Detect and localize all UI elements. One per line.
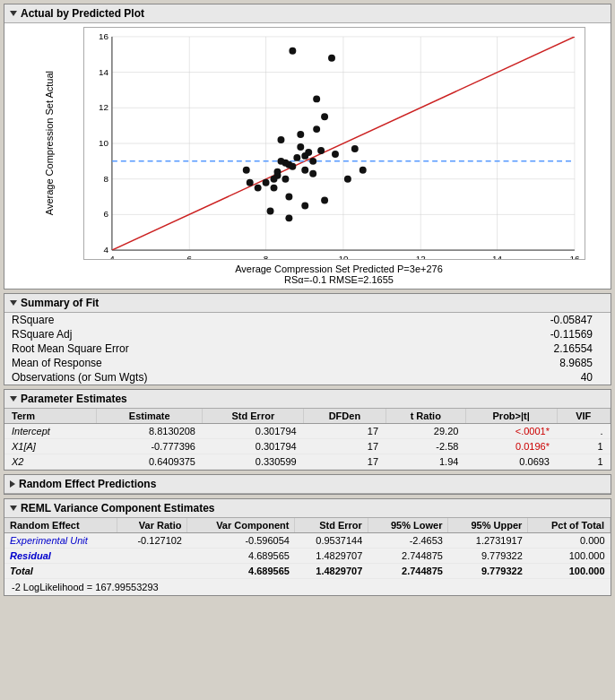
param-estimate: -0.777396 (96, 439, 203, 454)
svg-point-35 (301, 167, 308, 174)
svg-point-34 (282, 176, 289, 183)
fit-row: Mean of Response8.9685 (4, 356, 611, 370)
fit-value: 8.9685 (368, 356, 611, 370)
svg-text:8: 8 (264, 254, 269, 260)
param-col-header: Prob>|t| (465, 409, 557, 424)
param-estimate: 8.8130208 (96, 424, 203, 439)
reml-table: Random EffectVar RatioVar ComponentStd E… (4, 518, 611, 579)
reml-lower95: 2.744875 (368, 549, 448, 564)
reml-pcttotal: 100.000 (528, 549, 611, 564)
svg-text:16: 16 (99, 31, 109, 41)
fit-table: RSquare-0.05847RSquare Adj-0.11569Root M… (4, 313, 611, 385)
svg-point-64 (344, 176, 351, 183)
reml-header: REML Variance Component Estimates (4, 499, 611, 518)
param-dfden: 17 (304, 424, 385, 439)
reml-collapse-icon[interactable] (10, 506, 17, 511)
svg-text:12: 12 (99, 102, 109, 112)
param-stderr: 0.330599 (203, 454, 304, 470)
param-col-header: Term (4, 409, 96, 424)
param-term: X1[A] (4, 439, 96, 454)
plot-subtitle: RSα=-0.1 RMSE=2.1655 (83, 274, 594, 285)
param-estimates-section: Parameter Estimates TermEstimateStd Erro… (4, 389, 611, 471)
param-col-header: DFDen (304, 409, 385, 424)
reml-varratio: -0.127102 (117, 533, 187, 549)
summary-title: Summary of Fit (21, 297, 99, 309)
chart-section: Actual by Predicted Plot Average Compres… (4, 4, 611, 290)
reml-lower95: 2.744875 (368, 564, 448, 579)
svg-point-40 (289, 163, 296, 170)
fit-value: -0.11569 (368, 327, 611, 341)
param-dfden: 17 (304, 439, 385, 454)
svg-point-42 (297, 143, 304, 151)
x-axis-label: Average Compression Set Predicted P=3e+2… (83, 264, 594, 274)
plot-wrap: Average Compression Set Actual (83, 27, 594, 285)
svg-point-37 (293, 154, 300, 161)
reml-col-header: 95% Lower (368, 518, 448, 533)
fit-row: Root Mean Square Error2.16554 (4, 341, 611, 356)
svg-text:10: 10 (99, 138, 109, 148)
fit-row: RSquare Adj-0.11569 (4, 327, 611, 341)
reml-upper95: 9.779322 (448, 549, 528, 564)
fit-label: Observations (or Sum Wgts) (4, 370, 368, 385)
svg-text:8: 8 (103, 174, 108, 184)
summary-of-fit-section: Summary of Fit RSquare-0.05847RSquare Ad… (4, 293, 611, 385)
svg-text:16: 16 (569, 254, 580, 260)
svg-text:12: 12 (416, 254, 427, 260)
reml-stderr: 1.4829707 (295, 564, 368, 579)
svg-text:10: 10 (338, 254, 349, 260)
svg-point-61 (243, 167, 250, 174)
svg-point-57 (297, 131, 304, 138)
svg-text:6: 6 (186, 254, 192, 260)
param-prob: 0.0693 (465, 454, 557, 470)
svg-text:14: 14 (99, 67, 109, 77)
fit-label: Mean of Response (4, 356, 368, 370)
svg-point-47 (255, 185, 262, 192)
svg-point-66 (359, 167, 367, 174)
svg-text:6: 6 (103, 209, 108, 219)
reml-varcomp: 4.689565 (187, 564, 295, 579)
loglik-text: -2 LogLikelihood = 167.99553293 (12, 582, 159, 592)
svg-point-65 (351, 145, 359, 152)
random-expand-icon[interactable] (10, 480, 15, 488)
fit-row: Observations (or Sum Wgts)40 (4, 370, 611, 385)
param-term: X2 (4, 454, 96, 470)
svg-text:14: 14 (492, 254, 503, 260)
fit-value: 40 (368, 370, 611, 385)
svg-text:4: 4 (109, 254, 115, 260)
reml-title: REML Variance Component Estimates (21, 502, 215, 514)
y-axis-label: Average Compression Set Actual (44, 71, 55, 215)
svg-point-60 (289, 48, 296, 55)
svg-point-54 (317, 147, 325, 154)
reml-varratio (117, 549, 187, 564)
reml-effect: Residual (4, 549, 117, 564)
summary-collapse-icon[interactable] (10, 300, 17, 306)
data-points (243, 48, 367, 221)
param-prob: 0.0196* (465, 439, 557, 454)
fit-label: RSquare Adj (4, 327, 368, 341)
summary-header: Summary of Fit (4, 294, 611, 313)
param-term: Intercept (4, 424, 96, 439)
reml-effect: Total (4, 564, 117, 579)
svg-point-53 (301, 152, 308, 160)
param-estimate: 0.6409375 (96, 454, 203, 470)
param-body: TermEstimateStd ErrorDFDent RatioProb>|t… (4, 409, 611, 470)
param-header: Parameter Estimates (4, 390, 611, 409)
random-title: Random Effect Predictions (19, 478, 156, 490)
svg-point-46 (263, 179, 270, 186)
reml-col-header: Var Component (187, 518, 295, 533)
param-stderr: 0.301794 (203, 424, 304, 439)
svg-point-48 (267, 207, 274, 214)
svg-point-45 (321, 113, 328, 120)
param-vif: . (557, 424, 611, 439)
reml-body: Random EffectVar RatioVar ComponentStd E… (4, 518, 611, 595)
param-col-header: Estimate (96, 409, 203, 424)
param-col-header: Std Error (203, 409, 304, 424)
chart-collapse-icon[interactable] (10, 11, 17, 16)
reml-stderr: 0.9537144 (295, 533, 368, 549)
reml-varratio (117, 564, 187, 579)
svg-point-69 (285, 194, 292, 201)
param-collapse-icon[interactable] (10, 396, 17, 402)
svg-point-55 (271, 176, 278, 183)
svg-point-56 (274, 169, 282, 176)
reml-col-header: Std Error (295, 518, 368, 533)
